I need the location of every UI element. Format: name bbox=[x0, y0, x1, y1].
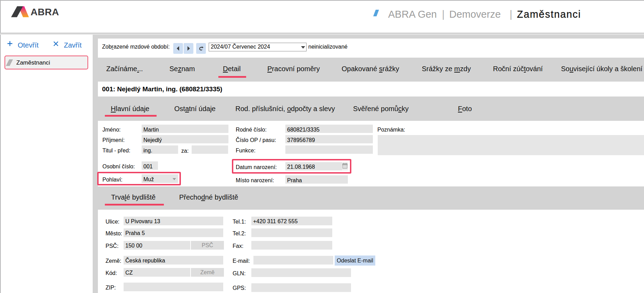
svg-text:ABRA: ABRA bbox=[31, 7, 59, 17]
